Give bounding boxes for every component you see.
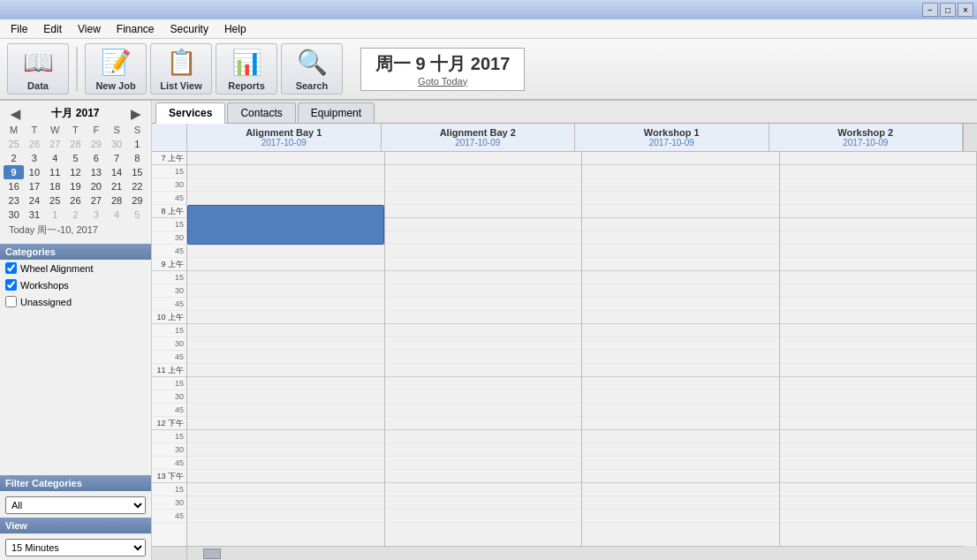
reports-button[interactable]: 📊 Reports [216,43,277,95]
time-slot-cell[interactable] [385,430,582,443]
time-slot-cell[interactable] [780,218,977,231]
time-slot-cell[interactable] [582,218,779,231]
new-job-button[interactable]: 📝 New Job [85,43,147,95]
time-slot-cell[interactable] [385,258,582,271]
time-slot-cell[interactable] [582,364,779,377]
time-slot-cell[interactable] [385,178,582,192]
time-slot-cell[interactable] [582,470,779,483]
time-slot-cell[interactable] [187,470,384,483]
time-slot-cell[interactable] [582,377,779,390]
time-slot-cell[interactable] [385,404,582,417]
time-slot-cell[interactable] [385,443,582,457]
time-slot-cell[interactable] [385,457,582,470]
restore-button[interactable]: □ [940,3,956,17]
time-slot-cell[interactable] [385,364,582,377]
resource-col-body-3[interactable] [780,152,978,546]
cal-cell[interactable]: 3 [24,151,44,165]
time-slot-cell[interactable] [780,337,977,351]
time-slot-cell[interactable] [385,298,582,311]
time-slot-cell[interactable] [780,231,977,245]
minimize-button[interactable]: − [922,3,938,17]
menu-view[interactable]: View [71,21,108,37]
time-slot-cell[interactable] [385,284,582,298]
time-slot-cell[interactable] [187,284,384,298]
time-slot-cell[interactable] [582,443,779,457]
time-slot-cell[interactable] [385,390,582,404]
time-slot-cell[interactable] [780,298,977,311]
cal-cell[interactable]: 8 [127,151,148,165]
time-slot-cell[interactable] [780,245,977,258]
time-slot-cell[interactable] [780,510,977,523]
time-slot-cell[interactable] [187,311,384,324]
cal-cell[interactable]: 6 [86,151,106,165]
time-slot-cell[interactable] [385,470,582,483]
time-slot-cell[interactable] [582,205,779,218]
tab-contacts[interactable]: Contacts [227,102,295,123]
time-slot-cell[interactable] [385,218,582,231]
time-slot-cell[interactable] [780,430,977,443]
time-slot-cell[interactable] [780,404,977,417]
time-slot-cell[interactable] [780,377,977,390]
time-slot-cell[interactable] [187,165,384,178]
time-slot-cell[interactable] [187,245,384,258]
event-block[interactable] [187,205,384,245]
cal-cell[interactable]: 17 [24,179,44,193]
time-slot-cell[interactable] [385,231,582,245]
time-slot-cell[interactable] [780,192,977,205]
time-slot-cell[interactable] [582,258,779,271]
time-slot-cell[interactable] [385,510,582,523]
cal-cell[interactable]: 25 [4,137,24,151]
time-slot-cell[interactable] [385,205,582,218]
goto-today[interactable]: Goto Today [375,76,510,87]
time-slot-cell[interactable] [187,178,384,192]
cal-cell[interactable]: 29 [86,137,106,151]
search-button[interactable]: 🔍 Search [281,43,343,95]
cal-cell[interactable]: 11 [45,165,65,179]
view-select[interactable]: 15 Minutes [5,539,146,556]
cal-cell[interactable]: 21 [106,179,126,193]
time-slot-cell[interactable] [780,258,977,271]
cal-cell[interactable]: 13 [86,165,106,179]
time-slot-cell[interactable] [582,245,779,258]
time-slot-cell[interactable] [582,284,779,298]
time-slot-cell[interactable] [780,417,977,430]
time-slot-cell[interactable] [780,457,977,470]
time-slot-cell[interactable] [780,364,977,377]
time-slot-cell[interactable] [187,483,384,496]
time-slot-cell[interactable] [582,324,779,337]
time-slot-cell[interactable] [780,205,977,218]
time-slot-cell[interactable] [582,271,779,284]
time-slot-cell[interactable] [187,430,384,443]
resource-col-body-1[interactable] [385,152,583,546]
time-slot-cell[interactable] [582,311,779,324]
time-slot-cell[interactable] [780,311,977,324]
tab-services[interactable]: Services [155,102,225,124]
list-view-button[interactable]: 📋 List View [150,43,212,95]
menu-edit[interactable]: Edit [36,21,69,37]
cal-cell[interactable]: 5 [127,208,148,222]
cal-cell[interactable]: 3 [86,208,106,222]
cal-cell[interactable]: 19 [65,179,86,193]
time-slot-cell[interactable] [582,457,779,470]
time-slot-cell[interactable] [385,351,582,364]
resource-col-body-0[interactable] [187,152,385,546]
time-slot-cell[interactable] [582,165,779,178]
category-wheel-alignment-checkbox[interactable] [5,262,17,274]
cal-cell[interactable]: 28 [65,137,86,151]
schedule-body[interactable]: 7 上午1530458 上午1530459 上午15304510 上午15304… [152,152,977,546]
time-slot-cell[interactable] [385,417,582,430]
time-slot-cell[interactable] [187,457,384,470]
time-slot-cell[interactable] [385,192,582,205]
close-button[interactable]: × [958,3,973,17]
cal-cell[interactable]: 1 [45,208,65,222]
time-slot-cell[interactable] [187,377,384,390]
time-slot-cell[interactable] [187,152,384,165]
time-slot-cell[interactable] [187,298,384,311]
time-slot-cell[interactable] [385,377,582,390]
cal-cell[interactable]: 7 [106,151,126,165]
time-slot-cell[interactable] [187,443,384,457]
time-slot-cell[interactable] [187,337,384,351]
cal-cell[interactable]: 15 [127,165,148,179]
time-slot-cell[interactable] [582,390,779,404]
time-slot-cell[interactable] [385,311,582,324]
